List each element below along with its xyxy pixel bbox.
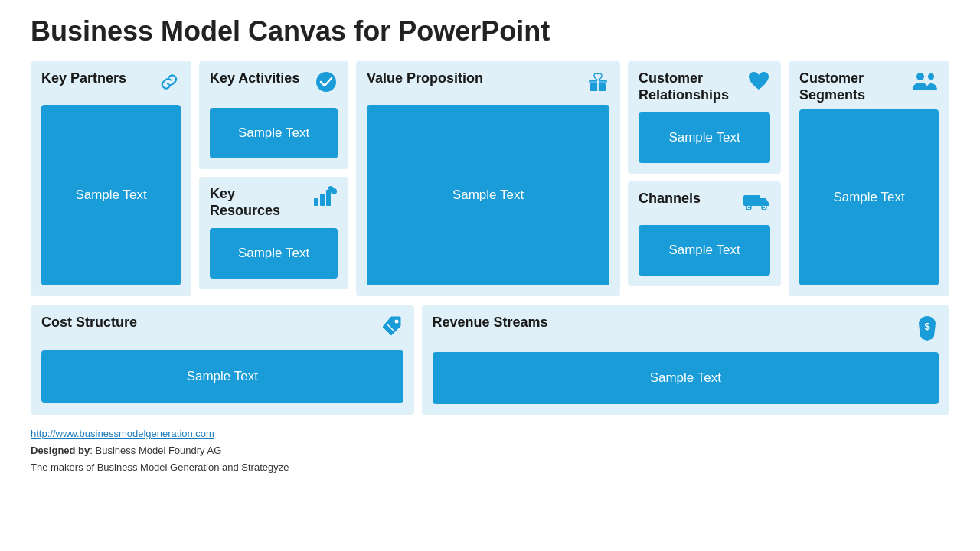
svg-point-5 [328, 186, 333, 191]
svg-point-0 [316, 72, 336, 92]
link-icon [158, 70, 181, 99]
people-icon [911, 70, 939, 97]
canvas-wrapper: Key Partners Sample Text Key Activities [31, 61, 949, 415]
money-icon: $ [916, 315, 939, 346]
tag-icon [379, 315, 403, 344]
activities-resources-col: Key Activities Sample Text Key Resources [199, 61, 348, 296]
key-resources-cell: Key Resources Sample Text [199, 177, 348, 289]
svg-rect-1 [314, 198, 318, 206]
customer-relationships-header: Customer Relationships [639, 70, 770, 103]
value-proposition-title: Value Proposition [367, 70, 483, 87]
cost-structure-cell: Cost Structure Sample Text [31, 305, 414, 415]
crm-channels-col: Customer Relationships Sample Text Chann… [628, 61, 781, 296]
bottom-row: Cost Structure Sample Text Revenue Strea… [31, 305, 949, 415]
customer-relationships-sample[interactable]: Sample Text [639, 112, 770, 163]
key-partners-title: Key Partners [41, 70, 126, 87]
footer-url[interactable]: http://www.businessmodelgeneration.com [31, 428, 214, 439]
value-proposition-header: Value Proposition [367, 70, 609, 99]
svg-rect-2 [320, 194, 325, 206]
svg-point-12 [748, 207, 750, 208]
customer-segments-cell: Customer Segments Sample Text [789, 61, 949, 296]
gift-icon [586, 70, 609, 99]
cost-structure-title: Cost Structure [41, 315, 137, 331]
key-resources-header: Key Resources [210, 186, 338, 219]
customer-segments-title: Customer Segments [799, 70, 905, 103]
svg-text:$: $ [924, 321, 930, 332]
key-partners-sample[interactable]: Sample Text [41, 105, 181, 285]
customer-relationships-cell: Customer Relationships Sample Text [628, 61, 781, 174]
channels-title: Channels [639, 191, 701, 207]
key-partners-header: Key Partners [41, 70, 181, 99]
svg-rect-10 [743, 195, 760, 206]
footer-tagline: The makers of Business Model Generation … [31, 461, 289, 473]
truck-icon [743, 191, 770, 216]
svg-point-14 [763, 207, 765, 208]
key-resources-sample[interactable]: Sample Text [210, 228, 338, 279]
value-proposition-sample[interactable]: Sample Text [367, 105, 609, 285]
key-resources-title: Key Resources [210, 186, 307, 219]
key-activities-title: Key Activities [210, 70, 299, 87]
key-activities-sample[interactable]: Sample Text [210, 108, 338, 158]
value-proposition-cell: Value Proposition Sample Text [356, 61, 620, 296]
svg-point-17 [394, 320, 398, 324]
key-activities-header: Key Activities [210, 70, 338, 99]
resources-icon [313, 186, 338, 213]
revenue-streams-header: Revenue Streams $ [433, 315, 939, 346]
footer: http://www.businessmodelgeneration.com D… [31, 425, 949, 476]
heart-icon [747, 70, 770, 97]
revenue-streams-title: Revenue Streams [433, 315, 548, 331]
check-icon [315, 70, 338, 99]
channels-cell: Channels Sample Text [628, 181, 781, 286]
svg-point-15 [916, 73, 924, 80]
revenue-streams-cell: Revenue Streams $ Sample Text [422, 305, 950, 415]
channels-sample[interactable]: Sample Text [639, 225, 770, 276]
page-title: Business Model Canvas for PowerPoint [31, 15, 949, 47]
footer-designed-by-value: : Business Model Foundry AG [90, 445, 221, 456]
key-activities-cell: Key Activities Sample Text [199, 61, 348, 169]
revenue-streams-sample[interactable]: Sample Text [433, 352, 939, 404]
customer-segments-sample[interactable]: Sample Text [799, 109, 939, 285]
customer-segments-header: Customer Segments [799, 70, 939, 103]
key-partners-cell: Key Partners Sample Text [31, 61, 191, 296]
svg-point-16 [928, 73, 934, 80]
top-row: Key Partners Sample Text Key Activities [31, 61, 949, 296]
cost-structure-header: Cost Structure [41, 315, 403, 344]
svg-rect-3 [326, 190, 331, 206]
footer-designed-by-label: Designed by [31, 445, 90, 456]
channels-header: Channels [639, 191, 770, 216]
cost-structure-sample[interactable]: Sample Text [41, 350, 403, 403]
customer-relationships-title: Customer Relationships [639, 70, 741, 103]
